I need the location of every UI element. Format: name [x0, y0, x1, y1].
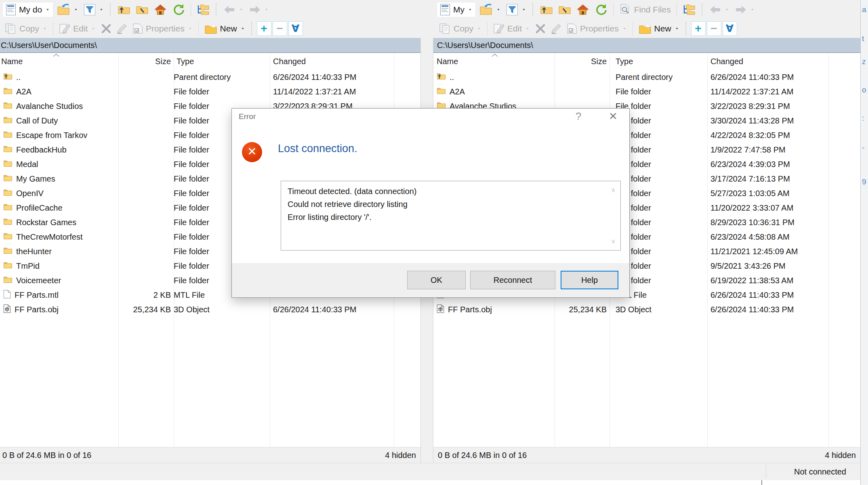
chevron-down-icon[interactable]: ▼ — [497, 8, 500, 11]
chevron-down-icon[interactable]: ▼ — [46, 8, 49, 11]
dialog-help-icon[interactable]: ? — [570, 110, 586, 123]
remove-filter-button[interactable]: − — [707, 21, 721, 36]
file-row[interactable]: A2AFile folder11/14/2022 1:37:21 AM — [0, 84, 420, 99]
chevron-down-icon[interactable]: ▼ — [675, 27, 678, 30]
scroll-up-icon[interactable]: ∧ — [611, 184, 616, 197]
column-header-left: Name Size Type Changed — [0, 53, 420, 70]
file-row[interactable]: ..Parent directory6/26/2024 11:40:33 PM — [433, 70, 860, 84]
back-button[interactable]: ▼ — [221, 4, 246, 15]
add-filter-button[interactable]: + — [257, 21, 271, 36]
column-header-name[interactable]: Name — [0, 57, 118, 66]
help-button[interactable]: Help — [561, 271, 618, 289]
file-name: TheCrewMotorfest — [16, 232, 83, 242]
new-button[interactable]: New▼ — [202, 22, 247, 36]
parent-directory-button[interactable] — [538, 3, 555, 16]
directory-tree-button[interactable] — [681, 3, 698, 17]
edit-button-label: Edit — [73, 24, 88, 33]
file-row[interactable]: A2AFile folder11/14/2022 1:37:21 AM — [433, 84, 860, 99]
chevron-down-icon[interactable]: ▼ — [92, 27, 95, 30]
path-bar-left[interactable]: C:\Users\User\Documents\ — [0, 38, 420, 53]
home-directory-button[interactable] — [574, 3, 591, 17]
reconnect-button[interactable]: Reconnect — [470, 271, 555, 289]
parent-up-folder-icon — [437, 72, 446, 82]
connection-status[interactable]: Not connected — [766, 465, 862, 479]
edit-button[interactable]: Edit▼ — [491, 22, 532, 35]
file-row[interactable]: FF Parts.obj25,234 KB3D Object6/26/2024 … — [433, 302, 860, 317]
file-changed: 6/26/2024 11:40:33 PM — [707, 291, 828, 300]
filter-button[interactable]: ▼ — [82, 3, 106, 17]
rename-button[interactable] — [549, 23, 563, 35]
forward-button[interactable]: ▼ — [247, 4, 271, 15]
back-button[interactable]: ▼ — [707, 4, 731, 15]
toolbar-right-panel: My▼▼▼Find Files▼▼ Copy▼Edit▼Properties▼N… — [434, 0, 860, 38]
toolbar-right-row1: My▼▼▼Find Files▼▼ — [434, 0, 860, 19]
copy-button[interactable]: Copy▼ — [437, 22, 483, 35]
toolbar-left-row2: Copy▼Edit▼Properties▼New▼+−∀ — [0, 19, 428, 38]
refresh-button[interactable] — [593, 3, 609, 17]
ok-button[interactable]: OK — [407, 271, 466, 289]
close-icon[interactable]: ✕ — [604, 110, 622, 123]
dialog-message-box[interactable]: Timeout detected. (data connection) Coul… — [281, 181, 621, 251]
delete-button[interactable] — [99, 23, 113, 35]
sort-filter-button[interactable]: ∀ — [288, 21, 303, 36]
file-changed: 3/22/2023 8:29:31 PM — [707, 102, 828, 111]
filter-button[interactable]: ▼ — [504, 3, 528, 17]
chevron-down-icon[interactable]: ▼ — [100, 8, 103, 11]
session-selector[interactable]: My do▼ — [2, 2, 53, 17]
parent-directory-button[interactable] — [116, 3, 132, 16]
open-directory-button[interactable]: ▼ — [477, 3, 503, 17]
copy-icon — [4, 23, 17, 34]
chevron-down-icon[interactable]: ▼ — [240, 8, 243, 11]
delete-button[interactable] — [533, 23, 548, 35]
file-name-cell: OpenIV — [0, 188, 118, 198]
column-header-type[interactable]: Type — [174, 57, 270, 66]
chevron-down-icon[interactable]: ▼ — [74, 8, 78, 11]
file-row[interactable]: ..Parent directory6/26/2024 11:40:33 PM — [0, 70, 420, 84]
copy-button[interactable]: Copy▼ — [2, 22, 49, 35]
hidden-count[interactable]: 4 hidden — [825, 451, 856, 460]
refresh-button[interactable] — [170, 3, 187, 17]
column-header-size[interactable]: Size — [555, 57, 609, 66]
new-button[interactable]: New▼ — [637, 22, 681, 36]
column-header-size[interactable]: Size — [118, 57, 174, 66]
chevron-down-icon[interactable]: ▼ — [189, 27, 192, 30]
new-folder-icon — [639, 23, 652, 35]
chevron-down-icon[interactable]: ▼ — [477, 27, 481, 30]
home-directory-button[interactable] — [152, 3, 169, 17]
chevron-down-icon[interactable]: ▼ — [241, 27, 244, 30]
sort-filter-button[interactable]: ∀ — [723, 21, 737, 36]
remove-filter-button[interactable]: − — [273, 21, 287, 36]
properties-button[interactable]: Properties▼ — [565, 22, 629, 35]
session-selector[interactable]: My▼ — [437, 2, 476, 17]
column-header-changed[interactable]: Changed — [270, 57, 394, 66]
path-bar-right[interactable]: C:\Users\User\Documents\ — [433, 38, 860, 53]
chevron-down-icon[interactable]: ▼ — [43, 27, 46, 30]
file-changed: 3/17/2024 7:16:13 PM — [707, 174, 828, 184]
column-header-name[interactable]: Name — [433, 57, 555, 66]
chevron-down-icon[interactable]: ▼ — [526, 27, 529, 30]
root-directory-button[interactable] — [134, 3, 151, 16]
properties-button[interactable]: Properties▼ — [130, 22, 195, 35]
edit-icon — [493, 23, 504, 34]
column-header-changed[interactable]: Changed — [707, 57, 828, 66]
rename-button[interactable] — [115, 23, 129, 35]
directory-tree-button[interactable] — [195, 3, 212, 17]
scroll-down-icon[interactable]: ∨ — [611, 235, 616, 248]
chevron-down-icon[interactable]: ▼ — [469, 8, 472, 11]
forward-button[interactable]: ▼ — [733, 4, 757, 15]
hidden-count[interactable]: 4 hidden — [385, 451, 416, 460]
chevron-down-icon[interactable]: ▼ — [623, 27, 626, 30]
file-type: File folder — [609, 87, 707, 96]
find-files-button[interactable]: Find Files — [617, 3, 673, 17]
chevron-down-icon[interactable]: ▼ — [725, 8, 728, 11]
column-header-type[interactable]: Type — [609, 57, 707, 66]
chevron-down-icon[interactable]: ▼ — [265, 8, 268, 11]
root-directory-button[interactable] — [556, 3, 573, 16]
toolbar-grip — [685, 22, 687, 35]
edit-button[interactable]: Edit▼ — [57, 22, 98, 35]
chevron-down-icon[interactable]: ▼ — [750, 8, 754, 11]
open-directory-button[interactable]: ▼ — [55, 3, 80, 17]
add-filter-button[interactable]: + — [691, 21, 706, 36]
file-row[interactable]: FF Parts.obj25,234 KB3D Object6/26/2024 … — [0, 302, 420, 317]
chevron-down-icon[interactable]: ▼ — [522, 8, 525, 11]
